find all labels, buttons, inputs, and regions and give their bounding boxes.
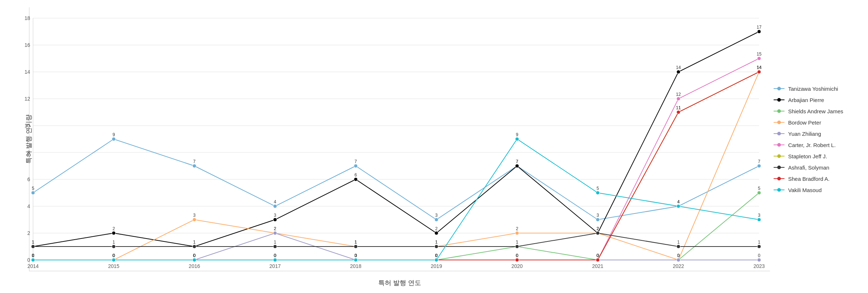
- svg-text:1: 1: [677, 240, 680, 245]
- legend-line: [774, 178, 785, 179]
- svg-text:7: 7: [193, 159, 196, 164]
- legend-line: [774, 190, 785, 190]
- svg-text:0: 0: [27, 257, 30, 263]
- svg-point-148: [677, 97, 680, 101]
- legend-line: [774, 122, 785, 123]
- svg-point-206: [596, 258, 600, 262]
- svg-point-216: [192, 258, 196, 262]
- svg-text:2: 2: [435, 226, 438, 231]
- svg-text:7: 7: [516, 159, 518, 164]
- svg-point-190: [757, 245, 761, 248]
- svg-point-212: [31, 258, 35, 262]
- legend-label: Shields Andrew James: [788, 108, 843, 114]
- svg-text:12: 12: [676, 92, 681, 97]
- legend-label: Yuan Zhiliang: [788, 131, 821, 137]
- svg-text:2019: 2019: [431, 263, 442, 269]
- svg-point-188: [677, 245, 680, 248]
- svg-point-226: [596, 191, 600, 195]
- svg-point-34: [112, 137, 115, 141]
- svg-point-62: [435, 231, 438, 235]
- svg-text:3: 3: [274, 213, 276, 218]
- legend-label: Ashrafi, Solyman: [788, 164, 829, 171]
- svg-text:12: 12: [24, 96, 30, 102]
- svg-text:6: 6: [355, 172, 357, 178]
- legend-line: [774, 156, 785, 156]
- svg-point-214: [112, 258, 115, 262]
- svg-point-208: [677, 110, 680, 114]
- svg-text:2016: 2016: [189, 263, 200, 269]
- legend-item: Ashrafi, Solyman: [774, 164, 861, 171]
- legend-label: Vakili Masoud: [788, 187, 822, 193]
- svg-point-172: [31, 245, 35, 248]
- svg-text:2020: 2020: [512, 263, 523, 269]
- svg-text:2018: 2018: [350, 263, 361, 269]
- legend-item: Yuan Zhiliang: [774, 131, 861, 137]
- svg-text:9: 9: [516, 132, 518, 137]
- svg-point-104: [515, 231, 519, 235]
- svg-point-70: [757, 30, 761, 33]
- svg-point-36: [192, 164, 196, 168]
- svg-text:3: 3: [193, 213, 196, 218]
- svg-text:18: 18: [24, 15, 30, 21]
- chart-svg: 0246810121416182014201520162017201820192…: [29, 7, 770, 271]
- svg-text:9: 9: [113, 132, 115, 137]
- legend-line: [774, 111, 785, 111]
- legend-item: Tanizawa Yoshimichi: [774, 86, 861, 92]
- svg-text:14: 14: [676, 65, 681, 70]
- svg-point-64: [515, 164, 519, 168]
- svg-text:5: 5: [596, 186, 599, 191]
- svg-text:0: 0: [516, 253, 518, 258]
- svg-text:14: 14: [757, 65, 762, 70]
- svg-text:2014: 2014: [27, 263, 38, 269]
- svg-point-210: [757, 70, 761, 74]
- legend-line: [774, 167, 785, 168]
- legend-label: Bordow Peter: [788, 119, 821, 126]
- svg-text:6: 6: [27, 176, 30, 182]
- svg-text:0: 0: [274, 253, 276, 258]
- chart-container: 특허 발행 연기량 특허 발행 연도 024681012141618201420…: [0, 0, 868, 293]
- legend-line: [774, 145, 785, 145]
- svg-point-96: [192, 218, 196, 221]
- svg-text:1: 1: [355, 240, 357, 245]
- svg-text:1: 1: [113, 240, 115, 245]
- svg-text:2023: 2023: [753, 263, 765, 269]
- svg-text:1: 1: [193, 240, 196, 245]
- svg-text:10: 10: [24, 123, 30, 129]
- svg-point-150: [757, 57, 761, 60]
- svg-text:2: 2: [27, 230, 30, 236]
- svg-text:0: 0: [355, 253, 357, 258]
- svg-text:3: 3: [435, 213, 438, 218]
- svg-text:2: 2: [274, 226, 276, 231]
- svg-text:0: 0: [193, 253, 196, 258]
- svg-point-224: [515, 137, 519, 141]
- svg-point-60: [354, 178, 358, 181]
- legend-label: Carter, Jr. Robert L.: [788, 142, 836, 148]
- svg-point-186: [596, 231, 600, 235]
- svg-text:2: 2: [516, 226, 518, 231]
- svg-point-50: [757, 164, 761, 168]
- legend-item: Carter, Jr. Robert L.: [774, 142, 861, 148]
- svg-point-90: [757, 191, 761, 195]
- svg-text:2: 2: [113, 226, 115, 231]
- svg-text:0: 0: [677, 253, 680, 258]
- svg-text:2017: 2017: [269, 263, 281, 269]
- svg-point-184: [515, 245, 519, 248]
- svg-point-174: [112, 245, 115, 248]
- svg-text:7: 7: [355, 159, 357, 164]
- svg-point-230: [757, 218, 761, 221]
- svg-text:3: 3: [758, 213, 761, 218]
- svg-point-222: [435, 258, 438, 262]
- svg-text:1: 1: [32, 240, 34, 245]
- svg-text:1: 1: [516, 240, 518, 245]
- svg-text:5: 5: [32, 186, 34, 191]
- svg-text:0: 0: [758, 253, 761, 258]
- svg-text:2021: 2021: [592, 263, 603, 269]
- svg-text:15: 15: [757, 52, 762, 57]
- svg-text:3: 3: [596, 213, 599, 218]
- svg-text:11: 11: [676, 105, 681, 110]
- svg-point-218: [273, 258, 277, 262]
- svg-point-128: [677, 258, 680, 262]
- legend-line: [774, 133, 785, 134]
- legend-item: Bordow Peter: [774, 119, 861, 126]
- svg-point-204: [515, 258, 519, 262]
